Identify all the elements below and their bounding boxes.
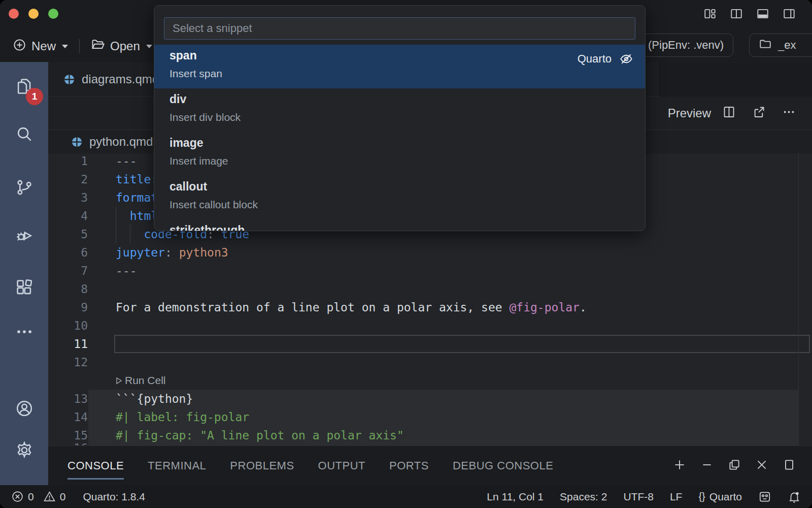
panel-maximize-icon[interactable] [783,458,796,473]
line-number: 3 [48,188,88,207]
panel-tab-ports[interactable]: PORTS [389,446,429,486]
chevron-down-icon [62,45,68,48]
editor-line-7[interactable]: 7--- [48,262,812,280]
panel-tab-problems[interactable]: PROBLEMS [230,446,294,486]
editor-line-10[interactable]: 10 [48,316,812,335]
code-token: title [116,173,151,186]
code-token: format [116,191,158,204]
line-number: 5 [48,225,88,243]
code-token: For a demonstration of a line plot on a … [116,301,509,314]
quickpick-item-strikethrough[interactable]: strikethrough [154,219,645,231]
more-actions-icon[interactable] [782,105,796,121]
source-control-icon[interactable] [15,178,34,199]
quickpick-list: spanInsert spanQuartodivInsert div block… [154,45,645,231]
tab-label: diagrams.qmd [82,72,159,86]
customize-layout-icon[interactable] [703,7,717,22]
errors-icon[interactable] [11,490,24,503]
line-number: 8 [48,280,88,298]
quickpick-item-image[interactable]: imageInsert image [154,132,645,176]
tab-label: python.qmd [89,135,153,149]
quickpick-input[interactable]: Select a snippet [164,17,635,40]
feedback-icon[interactable] [758,490,771,503]
line-number: 10 [48,316,88,335]
line-number: 6 [48,243,88,262]
panel-restore-icon[interactable] [728,458,741,473]
tab-diagrams-qmd[interactable]: diagrams.qmd [63,62,159,97]
editor-line-13[interactable]: 13```{python} [48,390,812,408]
line-number: 11 [48,335,88,353]
editor-line-14[interactable]: 14#| label: fig-polar [48,408,812,426]
warnings-icon[interactable] [43,490,56,503]
eye-slash-icon[interactable] [619,51,634,67]
panel-minimize-icon[interactable] [700,458,714,473]
search-icon[interactable] [15,124,34,146]
extensions-icon[interactable] [15,278,34,299]
line-number-16: 16 [48,440,88,446]
minimize-window-button[interactable] [28,9,39,19]
panel-tab-terminal[interactable]: TERMINAL [148,446,206,486]
quarto-version[interactable]: Quarto: 1.8.4 [83,491,145,503]
code-token: --- [116,154,137,168]
code-token: ```{python} [116,392,193,405]
indentation[interactable]: Spaces: 2 [560,491,607,503]
settings-gear-icon[interactable] [15,440,34,462]
panel-plus-icon[interactable] [673,458,686,473]
editor-line-11[interactable]: 11 [48,335,812,353]
line-number: 2 [48,170,88,188]
editor-line-12[interactable]: 12 [48,353,812,371]
notifications-bell-icon[interactable] [788,490,801,503]
toggle-panel-icon[interactable] [756,7,769,22]
editor-line-15[interactable]: 15#| fig-cap: "A line plot on a polar ax… [48,426,812,444]
quarto-file-icon [63,74,75,85]
new-button[interactable]: New [13,38,68,55]
panel-tabbar: CONSOLETERMINALPROBLEMSOUTPUTPORTSDEBUG … [48,446,812,485]
tabbar-empty-space [660,62,812,97]
braces-icon: {} [698,491,705,502]
status-bar: 0 0 Quarto: 1.8.4 Ln 11, Col 1 Spaces: 2… [0,485,812,508]
split-editor-icon[interactable] [730,7,743,22]
quickpick-item-label: callout [170,179,207,194]
code-token: : [165,246,179,259]
run-cell-codelens[interactable]: Run Cell [114,371,166,390]
tab-python-qmd[interactable]: python.qmd [71,130,153,153]
quickpick-item-label: span [170,48,197,63]
eol-sequence[interactable]: LF [670,491,683,503]
zoom-window-button[interactable] [48,9,58,19]
run-debug-icon[interactable] [15,226,34,247]
language-label: Quarto [709,491,742,503]
explorer-badge: 1 [26,88,43,105]
errors-count[interactable]: 0 [28,491,34,503]
panel-tab-console[interactable]: CONSOLE [67,446,124,486]
panel-tab-output[interactable]: OUTPUT [318,446,365,486]
split-editor-icon[interactable] [722,105,736,121]
quickpick-item-span[interactable]: spanInsert spanQuarto [154,45,645,88]
quickpick-item-div[interactable]: divInsert div block [154,88,645,132]
line-number: 1 [48,153,88,170]
warnings-count[interactable]: 0 [60,491,66,503]
panel-close-icon[interactable] [755,458,768,473]
quickpick-item-description: Insert image [170,154,228,168]
open-button[interactable]: Open [91,38,152,55]
new-icon [13,38,26,55]
code-token: @fig-polar [509,301,579,314]
language-mode[interactable]: {} Quarto [698,491,742,503]
open-external-icon[interactable] [752,105,766,121]
preview-button[interactable]: Preview [668,106,711,120]
panel-tab-debug-console[interactable]: DEBUG CONSOLE [453,446,553,486]
cursor-position[interactable]: Ln 11, Col 1 [487,491,544,503]
editor-line-9[interactable]: 9For a demonstration of a line plot on a… [48,298,812,316]
quickpick-item-callout[interactable]: calloutInsert callout block [154,176,645,219]
account-icon[interactable] [15,399,34,420]
more-icon[interactable] [15,322,34,343]
open-folder-icon [91,38,105,55]
editor-line-6[interactable]: 6jupyter: python3 [48,243,812,262]
close-window-button[interactable] [9,9,19,19]
workspace-selector[interactable]: _ex [749,34,812,57]
toggle-secondary-sidebar-icon[interactable] [783,7,796,22]
encoding[interactable]: UTF-8 [623,491,654,503]
code-token: #| fig-cap: "A line plot on a polar axis… [116,429,404,442]
interpreter-selector[interactable]: (PipEnv: .venv) [638,34,733,57]
quickpick-item-label: div [170,91,186,107]
editor-line-8[interactable]: 8 [48,280,812,298]
line-number: 7 [48,262,88,280]
